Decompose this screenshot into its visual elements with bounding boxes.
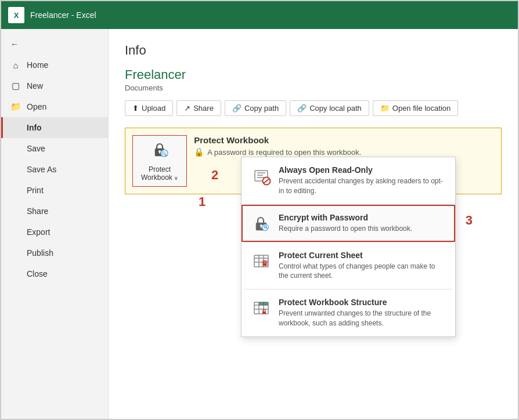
file-name: Freelancer [125, 67, 502, 82]
protect-info: Protect Workbook 🔒 A password is require… [194, 135, 361, 157]
export-icon [10, 227, 21, 237]
app-logo: X [8, 7, 24, 23]
always-open-read-only-item[interactable]: Always Open Read-Only Prevent accidental… [242, 157, 455, 204]
svg-rect-24 [263, 263, 266, 266]
protect-structure-item[interactable]: Protect Workbook Structure Prevent unwan… [242, 289, 455, 336]
sidebar-item-export[interactable]: Export [1, 222, 108, 242]
read-only-icon [251, 165, 272, 186]
sidebar-item-home[interactable]: ⌂ Home [1, 55, 108, 75]
sidebar: ← ⌂ Home ▢ New 📁 Open Info Save Save As [1, 29, 109, 420]
open-location-icon: 📁 [380, 104, 390, 113]
upload-label: Upload [142, 104, 165, 113]
encrypt-desc: Require a password to open this workbook… [279, 224, 412, 234]
sidebar-label-publish: Publish [27, 248, 53, 258]
sidebar-item-info[interactable]: Info [1, 117, 108, 138]
sidebar-item-close[interactable]: Close [1, 263, 108, 284]
svg-text:🔍: 🔍 [161, 151, 167, 157]
copy-local-path-button[interactable]: 🔗 Copy local path [290, 100, 369, 116]
app-title: Freelancer - Excel [30, 10, 96, 20]
protect-lock-icon: 🔍 [150, 140, 169, 163]
share-label: Share [193, 104, 214, 113]
protect-btn-label: ProtectWorkbook ∨ [141, 165, 178, 182]
protect-sheet-item[interactable]: Protect Current Sheet Control what types… [242, 242, 455, 289]
sidebar-label-info: Info [27, 123, 42, 132]
protect-info-lock-icon: 🔒 [194, 147, 204, 157]
copy-local-path-label: Copy local path [309, 104, 362, 113]
title-bar: X Freelancer - Excel [1, 1, 518, 29]
sidebar-label-new: New [27, 81, 43, 90]
svg-rect-31 [262, 312, 266, 314]
upload-button[interactable]: ⬆ Upload [125, 100, 173, 116]
new-icon: ▢ [10, 81, 21, 91]
open-location-button[interactable]: 📁 Open file location [373, 100, 458, 116]
protect-dropdown-menu: Always Open Read-Only Prevent accidental… [241, 157, 456, 337]
protect-sheet-text: Protect Current Sheet Control what types… [279, 251, 446, 281]
copy-local-path-icon: 🔗 [297, 104, 307, 113]
close-icon [10, 269, 21, 279]
protect-info-title: Protect Workbook [194, 135, 361, 145]
protect-sheet-title: Protect Current Sheet [279, 251, 446, 260]
encrypt-icon [251, 213, 272, 234]
sidebar-label-open: Open [27, 102, 46, 111]
sidebar-label-close: Close [27, 269, 48, 278]
step-3-label: 3 [466, 213, 473, 228]
sidebar-label-home: Home [27, 60, 48, 70]
sidebar-item-publish[interactable]: Publish [1, 242, 108, 263]
main-content: 1 Info Freelancer Documents ⬆ Upload ↗ S… [109, 29, 518, 420]
copy-path-label: Copy path [244, 104, 279, 113]
svg-rect-30 [259, 302, 268, 305]
sidebar-label-share: Share [27, 207, 48, 216]
print-icon [10, 185, 21, 195]
save-icon [10, 143, 21, 154]
step-2-label: 2 [211, 168, 218, 183]
read-only-desc: Prevent accidental changes by asking rea… [279, 176, 446, 196]
sidebar-label-export: Export [27, 227, 50, 237]
back-arrow-icon: ← [10, 39, 19, 49]
protect-workbook-button[interactable]: 🔍 ProtectWorkbook ∨ [132, 135, 187, 187]
action-buttons-row: ⬆ Upload ↗ Share 🔗 Copy path 🔗 Copy loca… [125, 100, 502, 116]
page-title: Info [125, 43, 502, 58]
protect-info-description: A password is required to open this work… [207, 148, 361, 157]
svg-rect-2 [159, 151, 160, 154]
app-body: ← ⌂ Home ▢ New 📁 Open Info Save Save As [1, 29, 518, 420]
protect-structure-desc: Prevent unwanted changes to the structur… [279, 309, 446, 328]
sidebar-label-print: Print [27, 186, 44, 195]
share-btn-icon: ↗ [184, 104, 190, 113]
sidebar-item-print[interactable]: Print [1, 180, 108, 201]
sidebar-label-save: Save [27, 144, 45, 153]
back-button[interactable]: ← [1, 34, 108, 55]
info-icon [10, 122, 21, 133]
step-1-label: 1 [199, 194, 206, 209]
read-only-text: Always Open Read-Only Prevent accidental… [279, 165, 446, 196]
share-icon [10, 206, 21, 216]
copy-path-icon: 🔗 [232, 104, 242, 113]
encrypt-text: Encrypt with Password Require a password… [279, 213, 412, 234]
svg-rect-14 [261, 226, 262, 228]
save-as-icon [10, 164, 21, 175]
encrypt-title: Encrypt with Password [279, 213, 412, 222]
open-location-label: Open file location [392, 104, 450, 113]
protect-structure-text: Protect Workbook Structure Prevent unwan… [279, 298, 446, 328]
sidebar-item-open[interactable]: 📁 Open [1, 96, 108, 117]
sidebar-item-save-as[interactable]: Save As [1, 159, 108, 180]
encrypt-with-password-item[interactable]: 3 Encrypt with Password Require a passwo [242, 205, 455, 242]
upload-icon: ⬆ [132, 104, 139, 113]
sidebar-item-share[interactable]: Share [1, 201, 108, 222]
sidebar-label-save-as: Save As [27, 165, 56, 174]
open-icon: 📁 [10, 102, 21, 112]
protect-structure-title: Protect Workbook Structure [279, 298, 446, 307]
home-icon: ⌂ [10, 60, 21, 70]
read-only-title: Always Open Read-Only [279, 165, 446, 175]
file-location: Documents [125, 84, 502, 92]
publish-icon [10, 248, 21, 258]
protect-sheet-desc: Control what types of changes people can… [279, 262, 446, 281]
sidebar-item-new[interactable]: ▢ New [1, 75, 108, 96]
share-button[interactable]: ↗ Share [176, 100, 221, 116]
protect-structure-icon [251, 298, 272, 318]
sidebar-item-save[interactable]: Save [1, 138, 108, 159]
protect-sheet-icon [251, 251, 272, 271]
copy-path-button[interactable]: 🔗 Copy path [225, 100, 286, 116]
